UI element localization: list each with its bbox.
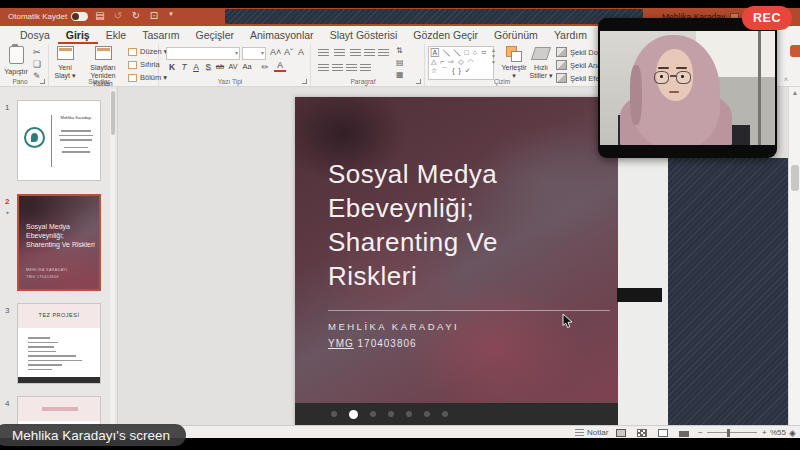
autosave-switch-icon[interactable]	[71, 12, 88, 21]
clipboard-icon	[9, 46, 24, 64]
font-size-select[interactable]	[242, 47, 266, 60]
slide-thumbnail-1[interactable]: Mehlika Karadayı	[17, 100, 101, 181]
increase-font-icon[interactable]: A˄	[270, 47, 281, 57]
zoom-percentage[interactable]: %55	[770, 426, 786, 438]
eyebrow-right	[676, 67, 687, 69]
justify-icon[interactable]	[360, 64, 371, 72]
shapes-gallery[interactable]: 🄰 ╲ ╲ □ ○ ▭ △ ⌐ ⇨ ◇ ◠ ☆ ⌒ { } ✓	[428, 46, 494, 80]
ribbon-collapse-icon[interactable]: ˄	[784, 76, 788, 83]
slide-student-id: YMG 170403806	[328, 338, 417, 349]
slide-canvas[interactable]: Sosyal Medya Ebeveynliği; Sharenting Ve …	[295, 97, 618, 425]
align-text-icon[interactable]: ▤	[396, 58, 404, 68]
quick-styles-button[interactable]: Hızlı Stiller ▾	[528, 46, 554, 80]
autosave-toggle[interactable]: Otomatik Kaydet	[8, 12, 88, 21]
slides-group: Yeni Slayt ▾ Slaytları Yeniden Kullan Dü…	[48, 44, 159, 86]
clear-formatting-icon[interactable]: A	[298, 47, 304, 57]
slide-scrollbar[interactable]: ▲	[788, 87, 800, 425]
text-direction-icon[interactable]: ⇅	[396, 46, 403, 56]
text-shadow-button[interactable]: S	[202, 61, 214, 73]
notes-button[interactable]: Notlar	[575, 426, 608, 438]
arrange-icon	[506, 46, 522, 60]
align-right-icon[interactable]	[346, 64, 357, 72]
numbering-icon[interactable]	[334, 49, 345, 57]
divider-line	[51, 115, 52, 167]
slide-thumbnail-3[interactable]: TEZ PROJESİ	[17, 303, 101, 384]
title-divider-line	[328, 310, 610, 311]
slide-sorter-view-button[interactable]	[637, 426, 647, 438]
highlight-pen-icon[interactable]: ✏	[259, 61, 271, 73]
arrange-button[interactable]: Yerleştir ▾	[500, 46, 528, 80]
normal-view-button[interactable]	[616, 426, 626, 438]
shapes-scroll-icons[interactable]: ▲▼▼	[491, 47, 496, 65]
undo-icon[interactable]: ↺	[110, 10, 126, 21]
zoom-in-button[interactable]: +	[762, 426, 767, 438]
tab-tasarim[interactable]: Tasarım	[134, 27, 187, 44]
tab-giris[interactable]: Giriş	[58, 27, 98, 44]
italic-button[interactable]: T	[178, 61, 190, 73]
font-dialog-launcher[interactable]	[302, 79, 307, 84]
qat-customize-icon[interactable]: ▾	[163, 10, 179, 18]
webcam-overlay[interactable]	[598, 18, 777, 158]
mouse-cursor	[562, 313, 573, 333]
font-color-icon[interactable]: A	[274, 61, 286, 72]
align-left-icon[interactable]	[318, 64, 329, 72]
copy-icon[interactable]: ❏	[33, 59, 41, 69]
tab-gorunum[interactable]: Görünüm	[486, 27, 546, 44]
scrollbar-thumb[interactable]	[791, 165, 799, 191]
paragraph-group: ⇅ ▤ ▦ Paragraf	[310, 44, 425, 86]
tab-animasyonlar[interactable]: Animasyonlar	[242, 27, 322, 44]
zoom-slider[interactable]	[707, 426, 757, 438]
thumb-number-4: 4	[5, 399, 9, 408]
reading-view-button[interactable]	[658, 426, 668, 438]
fit-to-window-icon[interactable]: ◈	[789, 426, 796, 438]
thumb3-footer-bar	[18, 377, 100, 383]
cut-icon[interactable]: ✂	[33, 47, 41, 57]
tab-dosya[interactable]: Dosya	[12, 27, 58, 44]
bullets-icon[interactable]	[318, 49, 329, 57]
line-spacing-icon[interactable]	[378, 49, 389, 57]
clipboard-dialog-launcher[interactable]	[40, 79, 45, 84]
character-spacing-button[interactable]: AV	[227, 61, 239, 73]
font-name-select[interactable]	[166, 47, 240, 60]
slide-thumbnail-4[interactable]	[17, 396, 101, 425]
door-frame-line	[758, 31, 761, 145]
start-presentation-icon[interactable]: ⊡	[146, 10, 162, 21]
eye-right	[681, 75, 684, 78]
slide-thumbnail-2-selected[interactable]: Sosyal Medya Ebeveynliği; Sharenting Ve …	[17, 194, 101, 291]
webcam-video	[600, 31, 775, 145]
new-slide-button[interactable]: Yeni Slayt ▾	[50, 46, 80, 80]
decrease-indent-icon[interactable]	[350, 49, 361, 57]
hijab-fold-left	[630, 65, 642, 125]
new-slide-icon	[57, 46, 74, 60]
shape-outline-icon	[556, 60, 567, 70]
tab-gecisler[interactable]: Geçişler	[187, 27, 242, 44]
reuse-slides-icon	[95, 46, 112, 60]
paragraph-dialog-launcher[interactable]	[416, 79, 421, 84]
zoom-out-button[interactable]: −	[698, 426, 703, 438]
autosave-label: Otomatik Kaydet	[8, 12, 67, 21]
underline-button[interactable]: A	[190, 61, 202, 73]
align-center-icon[interactable]	[332, 64, 343, 72]
glasses-bridge	[670, 75, 676, 77]
paste-button[interactable]: Yapıştır	[3, 46, 29, 76]
share-button-fragment	[790, 45, 800, 57]
redo-icon[interactable]: ↻	[128, 10, 144, 21]
increase-indent-icon[interactable]	[364, 49, 375, 57]
tab-ekle[interactable]: Ekle	[98, 27, 134, 44]
bold-button[interactable]: K	[166, 61, 178, 73]
animation-indicator-icon[interactable]: ✦	[5, 209, 10, 216]
change-case-button[interactable]: Aa	[241, 61, 253, 73]
reset-button[interactable]: Sıfırla	[128, 60, 160, 69]
strikethrough-button[interactable]: ab	[214, 61, 226, 73]
tab-slayt-gosterisi[interactable]: Slayt Gösterisi	[322, 27, 406, 44]
glasses-right-lens-icon	[676, 71, 691, 84]
thumbnail-scrollbar[interactable]	[110, 89, 115, 425]
scroll-up-icon[interactable]: ▲	[789, 89, 800, 96]
tab-yardim[interactable]: Yardım	[546, 27, 595, 44]
decrease-font-icon[interactable]: Aˇ	[284, 47, 293, 57]
zoom-panel-hatch-overlay	[668, 158, 788, 425]
slideshow-view-button[interactable]	[679, 426, 689, 438]
save-icon[interactable]: ▤	[92, 10, 108, 21]
thumb3-bullet-lines	[28, 334, 82, 370]
tab-gozden-gecir[interactable]: Gözden Geçir	[405, 27, 486, 44]
